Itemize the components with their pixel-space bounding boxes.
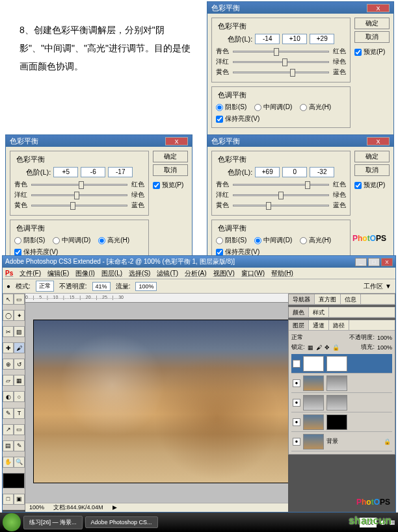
visibility-icon[interactable]: ● <box>293 438 300 446</box>
opacity-input[interactable]: 41% <box>92 282 111 291</box>
layer-row[interactable]: ● <box>291 412 392 432</box>
slider-cyan-red[interactable] <box>233 184 329 186</box>
gradient-tool-icon[interactable]: ▦ <box>14 375 25 386</box>
status-arrow-icon[interactable]: ▶ <box>113 503 117 512</box>
minimize-icon[interactable]: _ <box>355 258 367 266</box>
maximize-icon[interactable]: □ <box>368 258 380 266</box>
close-icon[interactable]: X <box>381 258 393 266</box>
level-input-1[interactable]: +69 <box>255 167 280 177</box>
close-icon[interactable]: X <box>367 137 390 146</box>
tab-swatches[interactable]: 样式 <box>309 307 329 317</box>
brush-icon[interactable]: ● <box>7 283 10 290</box>
dialog-titlebar[interactable]: 色彩平衡 X <box>6 135 192 147</box>
menu-filter[interactable]: 滤镜(T) <box>157 269 178 278</box>
menu-window[interactable]: 窗口(W) <box>241 269 265 278</box>
highlights-radio[interactable]: 高光(H) <box>300 103 331 112</box>
zoom-display[interactable]: 100% <box>29 503 44 512</box>
level-input-1[interactable]: -14 <box>255 34 280 44</box>
blur-tool-icon[interactable]: ◐ <box>3 391 14 402</box>
tab-paths[interactable]: 路径 <box>329 320 349 330</box>
start-button-icon[interactable] <box>3 513 21 531</box>
quickmask-icon[interactable]: □ <box>3 494 14 505</box>
tab-info[interactable]: 信息 <box>341 294 361 304</box>
tab-navigator[interactable]: 导航器 <box>289 294 315 304</box>
layer-row-background[interactable]: ● 背景 🔒 <box>291 432 392 451</box>
lasso-tool-icon[interactable]: ◯ <box>3 310 14 321</box>
zoom-tool-icon[interactable]: 🔍 <box>14 457 25 468</box>
screenmode-icon[interactable]: ▣ <box>14 494 25 505</box>
stamp-tool-icon[interactable]: ⊕ <box>3 359 14 370</box>
cancel-button[interactable]: 取消 <box>354 164 390 176</box>
history-brush-icon[interactable]: ↺ <box>14 359 25 370</box>
close-icon[interactable]: X <box>165 137 188 146</box>
preview-check[interactable]: 预览(P) <box>153 181 188 190</box>
tab-color[interactable]: 颜色 <box>289 307 309 317</box>
preview-check[interactable]: 预览(P) <box>354 47 390 57</box>
notes-tool-icon[interactable]: ▤ <box>3 440 14 451</box>
menu-help[interactable]: 帮助(H) <box>271 269 293 278</box>
layer-row[interactable]: ● <box>291 393 392 412</box>
shadows-radio[interactable]: 阴影(S) <box>14 236 45 245</box>
layer-row-colorbalance[interactable]: ● ◐ <box>291 354 392 374</box>
menu-layer[interactable]: 图层(L) <box>101 269 122 278</box>
lock-trans-icon[interactable]: ▦ <box>308 344 313 351</box>
layer-row[interactable]: ● <box>291 374 392 393</box>
visibility-icon[interactable]: ● <box>293 379 300 387</box>
canvas-area[interactable] <box>25 303 288 503</box>
brush-tool-icon[interactable]: 🖌 <box>14 342 25 353</box>
shape-tool-icon[interactable]: ▭ <box>14 424 25 435</box>
highlights-radio[interactable]: 高光(H) <box>300 236 331 245</box>
slider-magenta-green[interactable] <box>233 61 329 63</box>
dodge-tool-icon[interactable]: ○ <box>14 391 25 402</box>
preserve-luminosity-check[interactable]: 保持亮度(V) <box>216 114 346 123</box>
layer-opacity-input[interactable]: 100% <box>377 335 392 341</box>
wand-tool-icon[interactable]: ✦ <box>14 310 25 321</box>
slider-cyan-red[interactable] <box>31 184 127 186</box>
visibility-icon[interactable]: ● <box>293 418 300 426</box>
slider-cyan-red[interactable] <box>233 51 329 53</box>
preview-check[interactable]: 预览(P) <box>354 181 390 190</box>
shadows-radio[interactable]: 阴影(S) <box>216 236 246 245</box>
ps-titlebar[interactable]: Adobe Photoshop CS3 Extended - [未命名-2 @ … <box>3 256 395 268</box>
lock-all-icon[interactable]: 🔒 <box>332 344 339 351</box>
mode-select[interactable]: 正常 <box>36 281 54 292</box>
level-input-2[interactable]: 0 <box>282 167 307 177</box>
path-tool-icon[interactable]: ↗ <box>3 424 14 435</box>
taskbar-item[interactable]: Adobe Photoshop CS... <box>85 516 158 528</box>
midtones-radio[interactable]: 中间调(D) <box>254 236 292 245</box>
move-tool-icon[interactable]: ↖ <box>3 294 14 305</box>
tab-layers[interactable]: 图层 <box>289 320 309 330</box>
tab-channels[interactable]: 通道 <box>309 320 329 330</box>
pen-tool-icon[interactable]: ✎ <box>3 408 14 419</box>
dialog-titlebar[interactable]: 色彩平衡 X <box>207 2 393 14</box>
slider-magenta-green[interactable] <box>233 194 329 196</box>
foreground-color-icon[interactable] <box>3 473 25 488</box>
midtones-radio[interactable]: 中间调(D) <box>254 103 292 112</box>
ok-button[interactable]: 确定 <box>354 18 390 29</box>
visibility-icon[interactable]: ● <box>293 399 300 407</box>
cancel-button[interactable]: 取消 <box>354 31 390 43</box>
midtones-radio[interactable]: 中间调(D) <box>53 236 90 245</box>
tab-histogram[interactable]: 直方图 <box>315 294 341 304</box>
marquee-tool-icon[interactable]: ▭ <box>14 294 25 305</box>
blend-mode-select[interactable]: 正常 <box>291 333 347 342</box>
hand-tool-icon[interactable]: ✋ <box>3 457 14 468</box>
crop-tool-icon[interactable]: ✂ <box>3 326 14 337</box>
level-input-3[interactable]: +29 <box>310 34 334 44</box>
lock-move-icon[interactable]: ✥ <box>325 344 330 351</box>
shadows-radio[interactable]: 阴影(S) <box>216 103 246 112</box>
menu-analysis[interactable]: 分析(A) <box>185 269 206 278</box>
heal-tool-icon[interactable]: ✚ <box>3 342 14 353</box>
dialog-titlebar[interactable]: 色彩平衡 X <box>207 135 393 147</box>
lock-pixel-icon[interactable]: 🖌 <box>316 344 322 351</box>
fill-input[interactable]: 100% <box>377 344 392 351</box>
eraser-tool-icon[interactable]: ▱ <box>3 375 14 386</box>
flow-input[interactable]: 100% <box>135 282 157 291</box>
menu-file[interactable]: 文件(F) <box>20 269 41 278</box>
slider-yellow-blue[interactable] <box>233 71 329 73</box>
eyedropper-icon[interactable]: ✎ <box>14 440 25 451</box>
type-tool-icon[interactable]: T <box>14 408 25 419</box>
level-input-2[interactable]: +10 <box>282 34 307 44</box>
ok-button[interactable]: 确定 <box>153 151 188 162</box>
workspace-dropdown[interactable]: 工作区 ▼ <box>364 282 391 291</box>
